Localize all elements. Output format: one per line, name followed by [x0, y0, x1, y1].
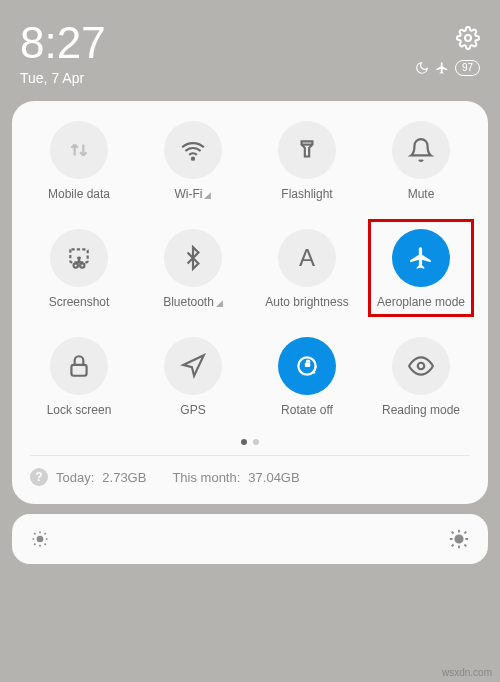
watermark: wsxdn.com — [442, 667, 492, 678]
page-dot — [253, 439, 259, 445]
tile-bluetooth[interactable]: Bluetooth◢ — [136, 229, 250, 309]
tile-label: Screenshot — [49, 295, 110, 309]
rotate-lock-icon — [294, 353, 320, 379]
battery-indicator: 97 — [455, 60, 480, 76]
tile-screenshot[interactable]: Screenshot — [22, 229, 136, 309]
usage-today-label: Today: — [56, 470, 94, 485]
tile-label: Flashlight — [281, 187, 332, 201]
tile-wifi[interactable]: Wi-Fi◢ — [136, 121, 250, 201]
svg-rect-7 — [305, 363, 310, 367]
tile-label: GPS — [180, 403, 205, 417]
tile-auto-brightness[interactable]: A Auto brightness — [250, 229, 364, 309]
tile-mobile-data[interactable]: Mobile data — [22, 121, 136, 201]
tile-label: Rotate off — [281, 403, 333, 417]
tile-label: Mobile data — [48, 187, 110, 201]
svg-point-8 — [418, 363, 425, 370]
info-icon: ? — [30, 468, 48, 486]
quick-settings-panel: Mobile data Wi-Fi◢ Flashlight Mute Scree… — [12, 101, 488, 504]
tile-gps[interactable]: GPS — [136, 337, 250, 417]
clock-time: 8:27 — [20, 18, 106, 68]
tile-label: Aeroplane mode — [377, 295, 465, 309]
bell-icon — [408, 137, 434, 163]
navigation-icon — [180, 353, 206, 379]
brightness-low-icon — [30, 529, 50, 549]
flashlight-icon — [294, 137, 320, 163]
usage-month-label: This month: — [172, 470, 240, 485]
svg-rect-5 — [71, 365, 86, 376]
auto-brightness-icon: A — [299, 244, 315, 272]
bluetooth-icon — [180, 245, 206, 271]
svg-point-4 — [80, 263, 84, 267]
tile-lock-screen[interactable]: Lock screen — [22, 337, 136, 417]
svg-point-10 — [455, 535, 462, 542]
mobile-data-icon — [66, 137, 92, 163]
tile-reading-mode[interactable]: Reading mode — [364, 337, 478, 417]
quick-settings-grid: Mobile data Wi-Fi◢ Flashlight Mute Scree… — [22, 121, 478, 417]
settings-button[interactable] — [456, 26, 480, 50]
wifi-icon — [180, 137, 206, 163]
tile-label: Lock screen — [47, 403, 112, 417]
page-dot — [241, 439, 247, 445]
tile-label: Mute — [408, 187, 435, 201]
page-indicator — [22, 439, 478, 445]
gear-icon — [456, 26, 480, 50]
scissors-icon — [66, 245, 92, 271]
status-icons: 97 — [415, 60, 480, 76]
eye-icon — [408, 353, 434, 379]
tile-aeroplane-mode[interactable]: Aeroplane mode — [364, 229, 478, 309]
brightness-high-icon — [448, 528, 470, 550]
tile-label: Reading mode — [382, 403, 460, 417]
brightness-slider[interactable] — [12, 514, 488, 564]
usage-month-value: 37.04GB — [248, 470, 299, 485]
tile-rotate-off[interactable]: Rotate off — [250, 337, 364, 417]
svg-point-1 — [192, 158, 194, 160]
svg-point-9 — [38, 537, 43, 542]
svg-point-0 — [465, 35, 471, 41]
tile-label: Bluetooth◢ — [163, 295, 223, 309]
tile-flashlight[interactable]: Flashlight — [250, 121, 364, 201]
dnd-moon-icon — [415, 61, 429, 75]
airplane-icon — [408, 245, 434, 271]
clock-date: Tue, 7 Apr — [20, 70, 106, 86]
status-bar: 8:27 Tue, 7 Apr 97 — [0, 0, 500, 91]
lock-icon — [66, 353, 92, 379]
tile-label: Auto brightness — [265, 295, 348, 309]
airplane-status-icon — [435, 61, 449, 75]
tile-label: Wi-Fi◢ — [175, 187, 212, 201]
svg-point-3 — [74, 263, 78, 267]
usage-today-value: 2.73GB — [102, 470, 146, 485]
tile-mute[interactable]: Mute — [364, 121, 478, 201]
data-usage-row[interactable]: ? Today: 2.73GB This month: 37.04GB — [22, 456, 478, 494]
